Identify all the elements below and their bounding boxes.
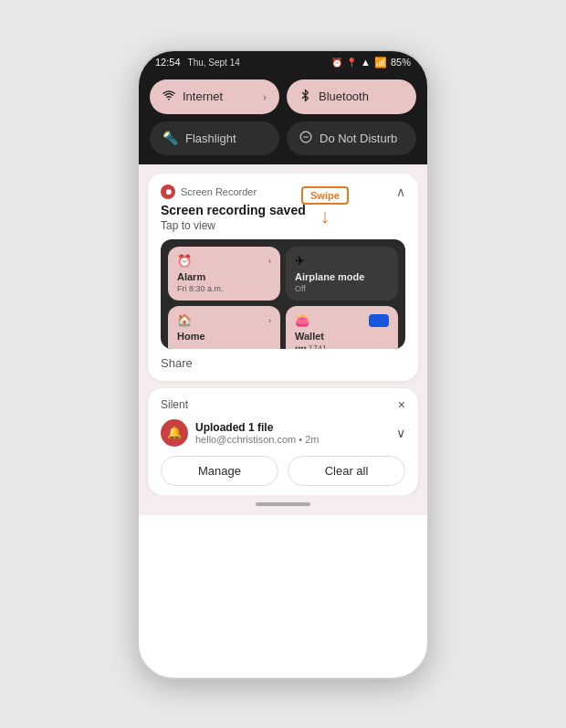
status-left: 12:54 Thu, Sept 14 [155, 57, 240, 68]
upload-notif-row: 🔔 Uploaded 1 file hello@cchristison.com … [161, 419, 405, 447]
upload-notif-sub: hello@cchristison.com • 2m [195, 434, 389, 445]
upload-notif-icon: 🔔 [161, 419, 188, 447]
preview-wallet-label: Wallet [295, 331, 389, 342]
wifi-tile-icon [162, 89, 175, 104]
flashlight-tile-icon: 🔦 [162, 131, 178, 145]
preview-wallet-icon: 👛 [295, 313, 309, 327]
tile-internet-label: Internet [183, 90, 256, 103]
swipe-label: Swipe [301, 186, 349, 205]
tile-flashlight-label: Flashlight [185, 132, 267, 145]
preview-alarm-tile: ⏰ › Alarm Fri 8:30 a.m. [168, 247, 280, 301]
silent-card: Silent × 🔔 Uploaded 1 file hello@cchrist… [148, 388, 418, 495]
preview-home-icon: 🏠 [177, 313, 192, 327]
status-bar: 12:54 Thu, Sept 14 ⏰ 📍 ▲ 📶 85% [139, 51, 427, 72]
wallet-chip [369, 314, 389, 327]
notif-scroll: ⏺ Screen Recorder ∧ Screen recording sav… [139, 164, 427, 495]
preview-airplane-sub: Off [295, 284, 389, 293]
phone-frame: 12:54 Thu, Sept 14 ⏰ 📍 ▲ 📶 85% Internet … [137, 49, 429, 680]
location-icon: 📍 [346, 58, 357, 68]
upload-notif-main: Uploaded 1 file [195, 421, 389, 434]
preview-alarm-icon: ⏰ [177, 254, 192, 268]
preview-home-tile: 🏠 › Home [168, 306, 280, 349]
time: 12:54 [155, 57, 181, 68]
screen-recorder-icon: ⏺ [161, 185, 175, 199]
bluetooth-tile-icon [299, 89, 311, 105]
alarm-icon: ⏰ [331, 58, 342, 68]
preview-alarm-sub: Fri 8:30 a.m. [177, 284, 271, 293]
dnd-tile-icon [299, 131, 312, 146]
silent-label: Silent [161, 398, 188, 411]
preview-wallet-tile: 👛 Wallet •••• 1741 [286, 306, 398, 349]
notif-header: ⏺ Screen Recorder ∧ [161, 185, 405, 199]
notif-app-row: ⏺ Screen Recorder [161, 185, 257, 199]
status-right: ⏰ 📍 ▲ 📶 85% [331, 57, 411, 69]
action-buttons: Manage Clear all [161, 456, 405, 486]
screen-recorder-subtitle: Tap to view [161, 219, 405, 232]
preview-grid: ⏰ › Alarm Fri 8:30 a.m. ✈ Airplane mode … [161, 239, 405, 349]
battery: 85% [391, 57, 411, 68]
home-indicator [139, 495, 427, 515]
notification-area: ⏺ Screen Recorder ∧ Screen recording sav… [139, 164, 427, 515]
screen-recorder-app-name: Screen Recorder [181, 186, 257, 197]
date: Thu, Sept 14 [188, 58, 240, 68]
preview-alarm-label: Alarm [177, 271, 271, 282]
screen-recorder-card: ⏺ Screen Recorder ∧ Screen recording sav… [148, 174, 418, 381]
preview-airplane-icon: ✈ [295, 254, 389, 268]
tile-internet[interactable]: Internet › [150, 79, 279, 114]
tile-internet-arrow: › [263, 91, 267, 102]
preview-airplane-label: Airplane mode [295, 271, 389, 282]
screen-recording-preview[interactable]: ⏰ › Alarm Fri 8:30 a.m. ✈ Airplane mode … [161, 239, 405, 349]
tile-donotdisturb[interactable]: Do Not Disturb [287, 121, 416, 155]
upload-notif-text: Uploaded 1 file hello@cchristison.com • … [195, 421, 389, 445]
silent-header: Silent × [161, 397, 405, 412]
upload-notif-chevron[interactable]: ∨ [396, 426, 405, 440]
swipe-annotation: Swipe ↓ [301, 186, 349, 227]
preview-wallet-sub: •••• 1741 [295, 343, 389, 349]
wifi-icon: ▲ [361, 57, 371, 68]
tile-bluetooth[interactable]: Bluetooth [287, 79, 416, 114]
silent-close-icon[interactable]: × [398, 397, 405, 412]
share-action[interactable]: Share [161, 356, 405, 370]
quick-tiles: Internet › Bluetooth 🔦 Flashlight Do Not… [139, 72, 427, 164]
tile-dnd-label: Do Not Disturb [320, 132, 404, 145]
tile-flashlight[interactable]: 🔦 Flashlight [150, 121, 279, 155]
manage-button[interactable]: Manage [161, 456, 278, 486]
notif-expand-icon[interactable]: ∧ [396, 185, 405, 199]
screen-recorder-title: Screen recording saved [161, 203, 405, 217]
swipe-arrow-icon: ↓ [320, 206, 330, 227]
preview-home-label: Home [177, 331, 271, 342]
home-bar [256, 502, 310, 506]
clear-all-button[interactable]: Clear all [288, 456, 405, 486]
preview-airplane-tile: ✈ Airplane mode Off [286, 247, 398, 301]
tile-bluetooth-label: Bluetooth [319, 90, 404, 103]
signal-icon: 📶 [374, 57, 387, 69]
